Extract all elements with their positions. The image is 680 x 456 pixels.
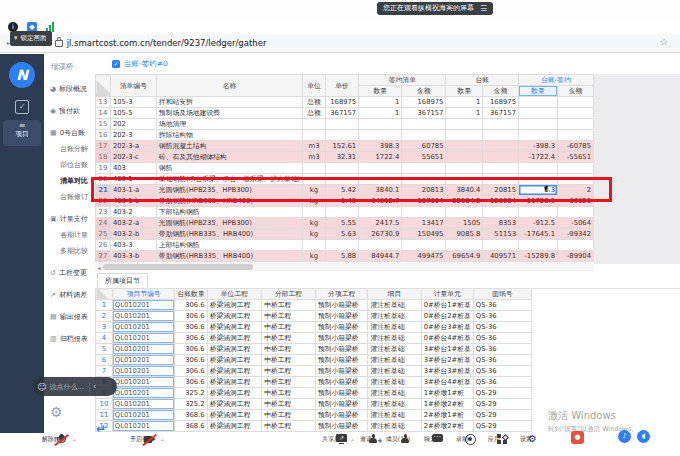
ledger-row[interactable]: 26403-3上部结构钢筋	[96, 240, 594, 251]
cell-signed-qty[interactable]	[359, 119, 402, 130]
cell-ledger-amount[interactable]: 168975	[483, 97, 519, 108]
cell-signed-qty[interactable]: 398.3	[359, 141, 402, 152]
cell-row-num[interactable]: 5	[96, 344, 113, 355]
cell-ledger-qty[interactable]: 3840.4	[446, 185, 483, 196]
cell-detail[interactable]: 灌注桩基础	[368, 377, 421, 388]
header-diff-qty[interactable]: 数量	[518, 86, 557, 97]
cell-row-num[interactable]: 22	[96, 196, 111, 207]
cell-diff-qty[interactable]	[518, 174, 557, 185]
cell-ledger-qty[interactable]: 306.6	[175, 300, 207, 311]
cell-unit[interactable]	[303, 240, 326, 251]
sidebar-item-ledger-breakdown[interactable]: 台账分解	[60, 144, 95, 154]
settings-button[interactable]: ⚙设置	[504, 434, 548, 444]
address-bar[interactable]: ← → ↻ jl.smartcost.com.cn/tender/9237/le…	[0, 34, 680, 53]
camera-caret-icon[interactable]: ⌃	[160, 438, 165, 445]
cell-name[interactable]: 光圆钢筋(HPB235、HPB300)	[156, 218, 302, 229]
cell-diff-amount[interactable]	[557, 207, 593, 218]
cell-drawing-no[interactable]: QS-29	[473, 388, 531, 399]
cell-diff-amount[interactable]: -89904	[557, 251, 593, 262]
url-text[interactable]: jl.smartcost.com.cn/tender/9237/ledger/g…	[67, 38, 267, 48]
cell-unit[interactable]	[303, 174, 326, 185]
cell-detail[interactable]: 灌注桩基础	[368, 355, 421, 366]
cell-signed-amount[interactable]: 150495	[402, 229, 446, 240]
cell-detail[interactable]: 灌注桩基础	[368, 421, 421, 432]
cell-detail[interactable]: 灌注桩基础	[368, 311, 421, 322]
cell-detail[interactable]: 灌注桩基础	[368, 399, 421, 410]
cell-node-code[interactable]: QL010201	[112, 355, 175, 366]
cell-name[interactable]: 下部结构钢筋	[156, 207, 302, 218]
cell-ledger-qty[interactable]: 306.6	[175, 366, 207, 377]
cell-row-num[interactable]: 23	[96, 207, 111, 218]
cell-item-project[interactable]: 预制小箱梁桥	[315, 410, 368, 421]
cell-drawing-no[interactable]: QS-29	[473, 421, 531, 432]
project-node-row[interactable]: 1QL010201306.6桥梁涵洞工程中桥工程预制小箱梁桥灌注桩基础0#桥台1…	[96, 300, 532, 311]
collapse-icon[interactable]: ‹	[93, 382, 96, 391]
cell-unit[interactable]: m3	[303, 141, 326, 152]
cell-price[interactable]: 5.55	[325, 218, 358, 229]
cell-unit-project[interactable]: 桥梁涵洞工程	[207, 366, 261, 377]
cell-node-code[interactable]: QL010201	[112, 322, 175, 333]
cell-measure-unit[interactable]: 0#桥台1#桩基	[421, 300, 473, 311]
cell-code[interactable]: 403-2-b	[110, 229, 156, 240]
sidebar-item-change[interactable]: ↺工程变更	[50, 268, 95, 278]
cell-unit[interactable]: m3	[303, 152, 326, 163]
cell-name[interactable]: 钢筋	[156, 163, 302, 174]
cell-diff-qty[interactable]	[518, 108, 557, 119]
sidebar-item-section-overview[interactable]: ◕标段概况	[50, 84, 95, 94]
diff-filter[interactable]: ✓ 台账-签约≠0	[112, 59, 168, 69]
cell-signed-qty[interactable]	[359, 163, 402, 174]
cell-item-project[interactable]: 预制小箱梁桥	[315, 377, 368, 388]
sidebar-item-list-compare[interactable]: 清单对比	[60, 176, 95, 186]
cell-unit-project[interactable]: 桥梁涵洞工程	[207, 311, 261, 322]
cell-node-code[interactable]: QL010201	[112, 421, 175, 432]
sidebar-item-output-report[interactable]: ▤输出报表	[50, 312, 95, 322]
emoji-icon[interactable]: ☺	[37, 382, 46, 392]
cell-diff-qty[interactable]: -912.5	[518, 218, 557, 229]
cell-measure-unit[interactable]: 0#桥台2#桩基	[421, 311, 473, 322]
cell-unit-project[interactable]: 桥梁涵洞工程	[207, 300, 261, 311]
checkbox-checked-icon[interactable]: ✓	[112, 60, 120, 68]
cell-ledger-amount[interactable]	[483, 174, 519, 185]
cell-signed-qty[interactable]: 1	[359, 97, 402, 108]
project-title[interactable]: 瑞溪桥	[51, 62, 95, 72]
cell-diff-qty[interactable]: -398.3	[518, 141, 557, 152]
mic-caret-icon[interactable]: ⌃	[72, 438, 77, 445]
select-all-corner[interactable]	[96, 75, 111, 97]
cell-price[interactable]: 5.42	[325, 185, 358, 196]
ledger-row[interactable]: 23403-2下部结构钢筋	[96, 207, 594, 218]
cell-measure-unit[interactable]: 3#桥台2#桩基	[421, 355, 473, 366]
cell-code[interactable]: 403-1-a	[110, 185, 156, 196]
cell-row-num[interactable]: 10	[96, 399, 113, 410]
cell-signed-qty[interactable]: 26730.9	[359, 229, 402, 240]
ledger-row[interactable]: 20403-1基础钢筋(承台系梁、承台、墩系梁、扩大基础)	[96, 174, 594, 185]
cell-diff-qty[interactable]: -17645.1	[518, 229, 557, 240]
cell-node-code[interactable]: QL010201	[112, 366, 175, 377]
cell-drawing-no[interactable]: QS-36	[473, 366, 531, 377]
cell-diff-qty[interactable]: -1722.4	[518, 152, 557, 163]
cell-price[interactable]	[325, 163, 358, 174]
cell-sub-project[interactable]: 中桥工程	[262, 421, 316, 432]
cell-row-num[interactable]: 2	[96, 311, 113, 322]
group-diff[interactable]: 台账-签约	[518, 75, 593, 86]
cell-name[interactable]: 带肋钢筋(HRB335、HRB400)	[156, 196, 302, 207]
cell-unit-project[interactable]: 桥梁涵洞工程	[207, 399, 261, 410]
cell-code[interactable]: 202-3	[110, 130, 156, 141]
cell-ledger-qty[interactable]	[446, 174, 483, 185]
cell-row-num[interactable]: 17	[96, 141, 111, 152]
cell-node-code[interactable]: QL010201	[112, 311, 175, 322]
cell-name[interactable]: 上部结构钢筋	[156, 240, 302, 251]
cell-ledger-amount[interactable]	[483, 141, 519, 152]
cell-detail[interactable]: 灌注桩基础	[368, 366, 421, 377]
unmute-button[interactable]: ⌃ 解除静音	[32, 434, 76, 444]
cell-signed-qty[interactable]: 1	[359, 108, 402, 119]
cell-diff-qty[interactable]	[518, 119, 557, 130]
cell-signed-amount[interactable]	[402, 207, 446, 218]
ledger-row[interactable]: 22403-1-b带肋钢筋(HRB335、HRB400)kg5.4534312.…	[96, 196, 594, 207]
cell-diff-amount[interactable]: -5064	[557, 218, 593, 229]
sidebar-item-archive-report[interactable]: ▥归档报表	[50, 334, 95, 344]
cell-measure-unit[interactable]: 2#桥墩2#桩	[421, 421, 473, 432]
project-node-row[interactable]: 12QL010201368.6桥梁涵洞工程中桥工程预制小箱梁桥灌注桩基础2#桥墩…	[96, 421, 532, 432]
cell-drawing-no[interactable]: QS-29	[473, 410, 531, 421]
cell-ledger-amount[interactable]: 8353	[483, 218, 519, 229]
cell-name[interactable]: 带肋钢筋(HRB335、HRB400)	[156, 229, 302, 240]
